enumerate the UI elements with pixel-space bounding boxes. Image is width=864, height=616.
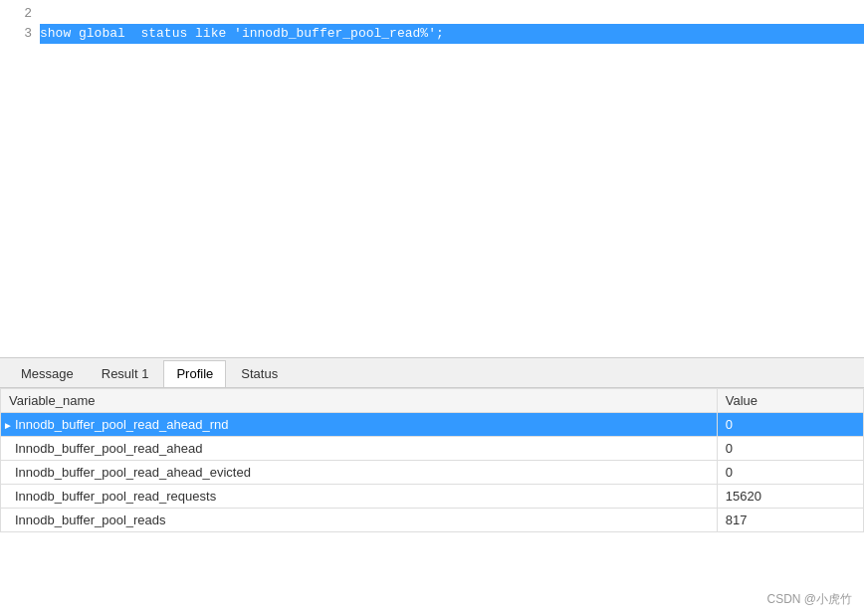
results-table: Variable_name Value ► Innodb_buffer_pool… — [0, 388, 864, 532]
line-number-3: 3 — [0, 24, 32, 44]
table-row[interactable]: Innodb_buffer_pool_read_ahead 0 — [1, 437, 864, 461]
code-content: show global status like 'innodb_buffer_p… — [40, 4, 864, 44]
tab-status[interactable]: Status — [228, 360, 291, 387]
table-header-row: Variable_name Value — [1, 389, 864, 413]
table-row[interactable]: Innodb_buffer_pool_read_requests 15620 — [1, 485, 864, 509]
tab-profile[interactable]: Profile — [163, 360, 226, 387]
table-cell-value: 817 — [717, 509, 863, 532]
code-line-2 — [40, 4, 864, 24]
results-area: Variable_name Value ► Innodb_buffer_pool… — [0, 388, 864, 616]
table-cell-value: 0 — [717, 413, 863, 437]
line-numbers: 2 3 — [0, 4, 40, 44]
line-number-2: 2 — [0, 4, 32, 24]
editor-area[interactable]: 2 3 show global status like 'innodb_buff… — [0, 0, 864, 358]
row-arrow-icon: ► — [3, 419, 13, 430]
table-cell-variable: ► Innodb_buffer_pool_read_ahead_rnd — [1, 413, 718, 437]
table-cell-value: 0 — [717, 437, 863, 461]
tab-result1[interactable]: Result 1 — [89, 360, 162, 387]
table-row[interactable]: Innodb_buffer_pool_reads 817 — [1, 509, 864, 532]
tabs-bar: Message Result 1 Profile Status — [0, 358, 864, 388]
table-cell-value: 15620 — [717, 485, 863, 509]
table-cell-variable: Innodb_buffer_pool_read_ahead_evicted — [1, 461, 718, 485]
col-header-value: Value — [717, 389, 863, 413]
code-line-3: show global status like 'innodb_buffer_p… — [40, 24, 864, 44]
main-container: 2 3 show global status like 'innodb_buff… — [0, 0, 864, 616]
table-row[interactable]: ► Innodb_buffer_pool_read_ahead_rnd 0 — [1, 413, 864, 437]
table-cell-value: 0 — [717, 461, 863, 485]
table-cell-variable: Innodb_buffer_pool_read_ahead — [1, 437, 718, 461]
table-cell-variable: Innodb_buffer_pool_reads — [1, 509, 718, 532]
watermark: CSDN @小虎竹 — [766, 591, 852, 608]
tab-message[interactable]: Message — [8, 360, 87, 387]
col-header-variable: Variable_name — [1, 389, 718, 413]
table-row[interactable]: Innodb_buffer_pool_read_ahead_evicted 0 — [1, 461, 864, 485]
table-cell-variable: Innodb_buffer_pool_read_requests — [1, 485, 718, 509]
